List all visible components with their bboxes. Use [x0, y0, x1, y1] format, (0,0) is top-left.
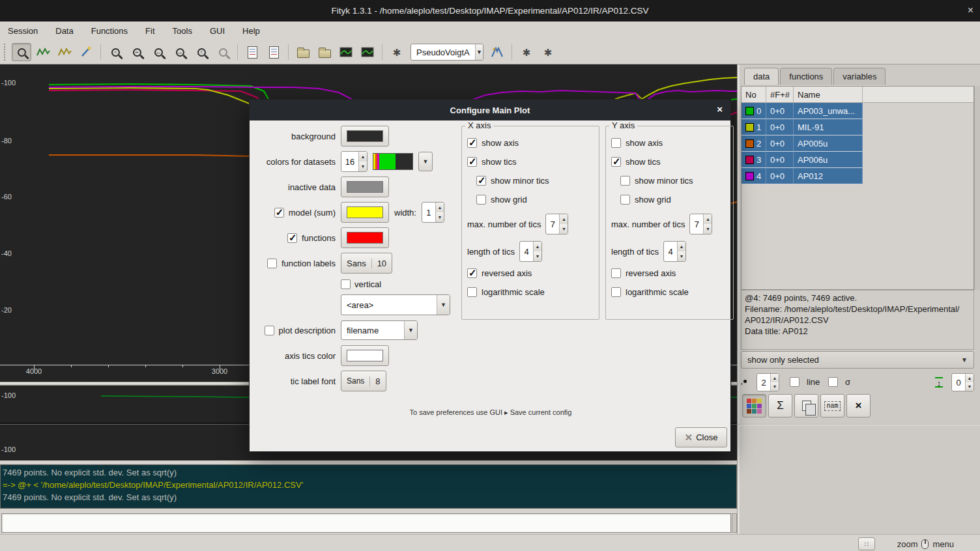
tab-data[interactable]: data — [744, 68, 779, 85]
point-size-spinner[interactable]: 2 ▲▼ — [757, 373, 779, 391]
plot-description-select[interactable]: filename ▼ — [341, 320, 418, 340]
dataset-color-swatch[interactable] — [745, 139, 754, 148]
table-row[interactable]: 40+0AP012 — [742, 168, 973, 184]
function-labels-font-button[interactable]: Sans 10 — [341, 253, 392, 274]
dataset-colors-button[interactable] — [742, 394, 766, 417]
function-labels-checkbox[interactable] — [267, 259, 277, 268]
line-checkbox[interactable] — [790, 377, 800, 387]
x-axis-length-of-tics-spinner[interactable]: 4▲▼ — [519, 241, 542, 262]
spin-up-icon[interactable]: ▲ — [560, 214, 568, 224]
inactive-data-color-button[interactable] — [341, 177, 389, 197]
menu-item-session[interactable]: Session — [8, 26, 38, 36]
y-axis-show-axis-checkbox[interactable] — [611, 138, 621, 148]
menu-item-functions[interactable]: Functions — [91, 26, 128, 36]
label-format-select[interactable]: <area> ▼ — [341, 294, 450, 315]
spin-down-icon[interactable]: ▼ — [704, 224, 712, 234]
y-axis-length-of-tics-spinner[interactable]: 4▲▼ — [663, 241, 686, 262]
load-file-custom-button[interactable] — [315, 43, 334, 61]
dataset-colors-count-spinner[interactable]: 16 ▲▼ — [341, 151, 368, 172]
fit-continue-button[interactable]: ✱ — [538, 43, 558, 61]
edit-script-button[interactable] — [242, 43, 262, 61]
x-axis-max-number-of-tics-spinner[interactable]: 7▲▼ — [545, 214, 568, 234]
dataset-color-swatch[interactable] — [745, 172, 754, 180]
y-axis-show-minor-tics-checkbox[interactable] — [620, 176, 630, 186]
x-axis-show-tics-checkbox[interactable] — [467, 157, 477, 167]
model-color-button[interactable] — [341, 202, 389, 223]
configure-plot-button[interactable] — [358, 43, 377, 61]
auto-add-peak-button[interactable]: ✱ — [387, 43, 407, 61]
table-row[interactable]: 00+0AP003_unwa... — [742, 103, 973, 119]
spin-up-icon[interactable]: ▲ — [678, 242, 685, 251]
sum-datasets-button[interactable]: Σ — [768, 394, 792, 417]
add-peak-mode-button[interactable] — [55, 43, 74, 61]
zoom-vertically-button[interactable]: − — [127, 43, 147, 61]
x-axis-show-axis-checkbox[interactable] — [467, 138, 477, 148]
toolbar-grip[interactable] — [4, 44, 8, 61]
previous-zoom-button[interactable] — [213, 43, 233, 61]
dataset-color-swatch[interactable] — [745, 156, 754, 164]
function-type-select[interactable]: PseudoVoigtA▼ — [411, 44, 483, 61]
spin-up-icon[interactable]: ▲ — [704, 214, 712, 224]
x-axis-show-minor-tics-checkbox[interactable] — [476, 176, 486, 186]
menu-item-help[interactable]: Help — [242, 26, 260, 36]
functions-checkbox[interactable] — [287, 233, 297, 243]
data-range-mode-button[interactable] — [33, 43, 53, 61]
tab-variables[interactable]: variables — [833, 68, 886, 85]
activate-function-mode-button[interactable] — [76, 43, 96, 61]
axis-tics-color-button[interactable] — [341, 345, 389, 366]
save-image-button[interactable] — [336, 43, 356, 61]
y-axis-show-tics-checkbox[interactable] — [611, 157, 621, 167]
dataset-colors-preview[interactable] — [373, 153, 413, 170]
y-axis-logarithmic-scale-checkbox[interactable] — [611, 287, 621, 297]
zoom-left-button[interactable]: ← — [149, 43, 168, 61]
model-width-spinner[interactable]: 1 ▲▼ — [422, 202, 444, 223]
dataset-color-swatch[interactable] — [745, 107, 754, 115]
menu-item-gui[interactable]: GUI — [210, 26, 225, 36]
dataset-color-swatch[interactable] — [745, 123, 754, 132]
menu-item-fit[interactable]: Fit — [145, 26, 154, 36]
command-input[interactable] — [1, 513, 731, 533]
tab-functions[interactable]: functions — [780, 68, 832, 85]
dialog-close-icon[interactable]: × — [717, 104, 723, 115]
table-row[interactable]: 10+0MIL-91 — [742, 119, 973, 135]
x-axis-show-grid-checkbox[interactable] — [476, 195, 486, 205]
menu-item-tools[interactable]: Tools — [173, 26, 192, 36]
y-axis-max-number-of-tics-spinner[interactable]: 7▲▼ — [689, 214, 712, 234]
zoom-all-button[interactable]: ▫ — [106, 43, 125, 61]
load-file-button[interactable] — [293, 43, 313, 61]
spin-up-icon[interactable]: ▲ — [534, 242, 541, 251]
table-row[interactable]: 30+0AP006u — [742, 152, 973, 168]
mouse-config-button[interactable]: ∷ — [858, 537, 875, 550]
session-log-button[interactable] — [264, 43, 283, 61]
vertical-checkbox[interactable] — [341, 279, 351, 289]
table-scrollbar[interactable] — [974, 86, 980, 290]
functions-color-button[interactable] — [341, 227, 389, 248]
close-button[interactable]: ✕ Close — [675, 427, 727, 447]
rename-dataset-button[interactable]: nam — [820, 394, 844, 417]
delete-dataset-button[interactable]: × — [846, 394, 871, 417]
y-shift-spinner[interactable]: 0 ▲▼ — [951, 373, 974, 391]
spin-down-icon[interactable]: ▼ — [534, 251, 541, 261]
dialog-title-bar[interactable]: Configure Main Plot × — [250, 100, 730, 120]
sigma-checkbox[interactable] — [828, 377, 838, 387]
zoom-up-button[interactable]: ↑ — [192, 43, 211, 61]
background-color-button[interactable] — [341, 126, 389, 147]
y-axis-reversed-axis-checkbox[interactable] — [611, 268, 621, 278]
x-axis-reversed-axis-checkbox[interactable] — [467, 268, 477, 278]
menu-item-data[interactable]: Data — [55, 26, 73, 36]
fit-run-button[interactable]: ✱ — [517, 43, 536, 61]
window-close-icon[interactable]: × — [968, 5, 973, 16]
zoom-mode-button[interactable] — [12, 43, 31, 61]
table-row[interactable]: 20+0AP005u — [742, 135, 973, 152]
model-sum-checkbox[interactable] — [274, 208, 284, 218]
plot-description-checkbox[interactable] — [265, 326, 274, 335]
copy-dataset-button[interactable] — [794, 394, 818, 417]
dataset-colors-dropdown-button[interactable]: ▼ — [418, 152, 433, 171]
spin-down-icon[interactable]: ▼ — [678, 251, 685, 261]
show-filter-select[interactable]: show only selected ▼ — [741, 351, 974, 369]
y-axis-show-grid-checkbox[interactable] — [620, 195, 630, 205]
zoom-right-button[interactable]: → — [170, 43, 190, 61]
tic-label-font-button[interactable]: Sans 8 — [341, 371, 386, 391]
spin-down-icon[interactable]: ▼ — [560, 224, 568, 234]
x-axis-logarithmic-scale-checkbox[interactable] — [467, 287, 477, 297]
